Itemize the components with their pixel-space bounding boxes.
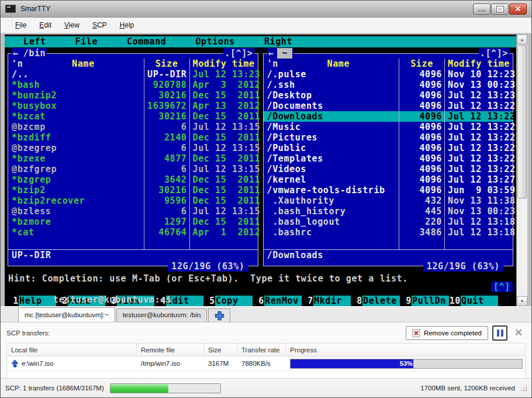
- left-panel-header[interactable]: 'nName Size Modify time: [8, 59, 258, 69]
- file-row[interactable]: /.pulse 4096 Nov 10 12:23: [264, 69, 513, 80]
- file-row[interactable]: /Desktop 4096 Jul 12 13:23: [264, 90, 513, 101]
- column-modify-time[interactable]: Modify time: [444, 59, 513, 69]
- minimize-button[interactable]: [473, 4, 490, 15]
- function-key[interactable]: 10 Quit: [449, 296, 498, 307]
- file-row[interactable]: *bzexe 4877 Dec 15 2011: [8, 153, 258, 164]
- function-key-label[interactable]: Mkdir: [313, 296, 351, 307]
- column-local-file[interactable]: Local file: [7, 344, 137, 356]
- file-row[interactable]: *bash 920788 Apr 3 2012: [8, 80, 258, 90]
- file-row[interactable]: *busybox 1639672 Apr 13 2012: [8, 101, 258, 111]
- file-row[interactable]: @bzless 6 Jul 12 13:15: [8, 206, 258, 217]
- function-key-label[interactable]: Edit: [166, 296, 203, 307]
- column-size[interactable]: Size: [204, 344, 237, 356]
- file-row[interactable]: @bzfgrep 6 Jul 12 13:15: [8, 164, 258, 174]
- function-key[interactable]: 8 Delete: [351, 296, 400, 307]
- file-row[interactable]: /.. UP--DIR Jul 12 13:23: [8, 69, 258, 80]
- file-row[interactable]: /Pictures 4096 Jul 12 13:22: [264, 132, 513, 143]
- panel-back-arrow-icon[interactable]: ←: [13, 48, 19, 59]
- terminal-scrollbar[interactable]: ▲ ▼: [516, 35, 527, 306]
- mc-menu-bar: Left File Command Options Right: [5, 36, 516, 47]
- column-name[interactable]: Name: [72, 59, 95, 69]
- mc-right-panel[interactable]: ← ~ .[^]> 'nName Size Modify time /.puls…: [263, 53, 514, 266]
- mc-menu-item[interactable]: Options: [195, 36, 234, 47]
- file-row[interactable]: *bzgrep 3642 Dec 15 2011: [8, 174, 258, 185]
- file-row[interactable]: *bzip2 30216 Dec 15 2011: [8, 185, 258, 195]
- file-row[interactable]: *bzip2recover 9596 Dec 15 2011: [8, 195, 258, 206]
- column-size[interactable]: Size: [144, 59, 189, 69]
- right-panel-header[interactable]: 'nName Size Modify time: [264, 59, 513, 69]
- resize-grip[interactable]: [521, 385, 527, 391]
- function-key-label[interactable]: Quit: [461, 296, 498, 307]
- file-row[interactable]: /Downloads 4096 Jul 12 13:22: [264, 111, 513, 122]
- close-button[interactable]: ✕: [509, 4, 527, 15]
- file-row[interactable]: /Public 4096 Jul 12 13:22: [264, 143, 513, 153]
- menu-item[interactable]: SCP: [86, 19, 113, 32]
- mc-menu-item[interactable]: File: [75, 36, 98, 47]
- menu-item[interactable]: File: [9, 19, 33, 32]
- left-panel-path[interactable]: ← /bin: [12, 48, 47, 59]
- transfer-row[interactable]: e:\win7.iso /tmp/win7.iso 3167M 7880KB/s…: [7, 356, 525, 371]
- mc-menu-item[interactable]: Left: [23, 36, 46, 47]
- remove-completed-button[interactable]: Remove completed: [406, 326, 488, 340]
- function-key-label[interactable]: Copy: [215, 296, 253, 307]
- function-key[interactable]: 6 RenMov: [253, 296, 302, 307]
- file-row[interactable]: /Documents 4096 Jul 12 13:22: [264, 101, 513, 111]
- column-progress[interactable]: Progress: [286, 344, 525, 356]
- panel-back-arrow-icon[interactable]: ←: [268, 48, 274, 59]
- mc-left-panel[interactable]: ← /bin .[^]> 'nName Size Modify time /..: [8, 53, 258, 266]
- maximize-button[interactable]: [491, 4, 509, 15]
- function-key[interactable]: 7 Mkdir: [302, 296, 351, 307]
- file-row[interactable]: .bash_history 445 Nov 13 00:23: [264, 206, 513, 217]
- function-key[interactable]: 5 Copy: [203, 296, 253, 307]
- session-tab[interactable]: testuser@kubuntuvm: /bin: [116, 308, 208, 322]
- session-tab[interactable]: mc [testuser@kubuntuvm]:~: [18, 307, 115, 322]
- menu-item[interactable]: View: [58, 19, 86, 32]
- column-name[interactable]: Name: [327, 59, 350, 69]
- function-key-label[interactable]: Delete: [362, 296, 400, 307]
- file-row[interactable]: /kernel 4096 Jul 12 13:27: [264, 174, 513, 185]
- mc-menu-item[interactable]: Right: [264, 36, 292, 47]
- function-key-label[interactable]: RenMov: [264, 296, 302, 307]
- file-row[interactable]: /.ssh 4096 Nov 13 00:23: [264, 80, 513, 90]
- column-transfer-rate[interactable]: Transfer rate: [237, 344, 286, 356]
- titlebar[interactable]: SmarTTY ✕: [1, 1, 531, 18]
- right-panel-corner-marker[interactable]: .[^]>: [479, 48, 509, 59]
- function-key-number: 7: [302, 296, 313, 307]
- file-row[interactable]: @bzcmp 6 Jul 12 13:15: [8, 122, 258, 132]
- file-row[interactable]: *cat 46764 Apr 1 2012: [8, 227, 258, 238]
- function-key[interactable]: 9 PullDn: [400, 296, 449, 307]
- file-row[interactable]: *bzdiff 2140 Dec 15 2011: [8, 132, 258, 143]
- file-row[interactable]: /Templates 4096 Jul 12 13:22: [264, 153, 513, 164]
- upload-arrow-icon: [11, 359, 19, 368]
- file-row[interactable]: .bashrc 3486 Jul 12 13:18: [264, 227, 513, 238]
- file-row[interactable]: *bzmore 1297 Dec 15 2011: [8, 217, 258, 227]
- left-panel-corner-marker[interactable]: .[^]>: [223, 48, 254, 59]
- menu-item[interactable]: Help: [113, 19, 141, 32]
- file-row[interactable]: /Music 4096 Jul 12 13:22: [264, 122, 513, 132]
- panel-scroll-marker[interactable]: [^]: [491, 282, 513, 292]
- file-row[interactable]: *bunzip2 30216 Dec 15 2011: [8, 90, 258, 101]
- file-row[interactable]: .Xauthority 432 Nov 13 11:38: [264, 195, 513, 206]
- function-key-label[interactable]: PullDn: [412, 296, 449, 307]
- menu-item[interactable]: Edit: [33, 19, 58, 32]
- scrollbar-thumb[interactable]: [517, 45, 527, 198]
- status-transfer-summary: SCP: 1 transfers (1686M/3167M): [5, 385, 104, 392]
- shell-prompt[interactable]: testuser@kubuntuvm:~$ [^]: [5, 284, 516, 294]
- close-transfers-button[interactable]: ✕: [512, 326, 526, 340]
- terminal[interactable]: Left File Command Options Right ← /bin: [5, 35, 527, 306]
- scroll-up-icon[interactable]: ▲: [517, 35, 527, 44]
- right-panel-path[interactable]: ← ~: [267, 48, 293, 59]
- pause-transfers-button[interactable]: [492, 325, 507, 341]
- file-row[interactable]: .bash_logout 220 Jul 12 13:18: [264, 217, 513, 227]
- column-size[interactable]: Size: [399, 59, 444, 69]
- new-tab-button[interactable]: [208, 308, 230, 322]
- transfers-table-header[interactable]: Local file Remote file Size Transfer rat…: [7, 344, 525, 356]
- column-modify-time[interactable]: Modify time: [189, 59, 258, 69]
- column-remote-file[interactable]: Remote file: [137, 344, 204, 356]
- scroll-down-icon[interactable]: ▼: [517, 296, 527, 306]
- file-row[interactable]: /vmware-tools-distrib 4096 Jun 9 03:59: [264, 185, 513, 195]
- file-row[interactable]: *bzcat 30216 Dec 15 2011: [8, 111, 258, 122]
- file-row[interactable]: @bzegrep 6 Jul 12 13:15: [8, 143, 258, 153]
- mc-menu-item[interactable]: Command: [127, 36, 166, 47]
- file-row[interactable]: /Videos 4096 Jul 12 13:22: [264, 164, 513, 174]
